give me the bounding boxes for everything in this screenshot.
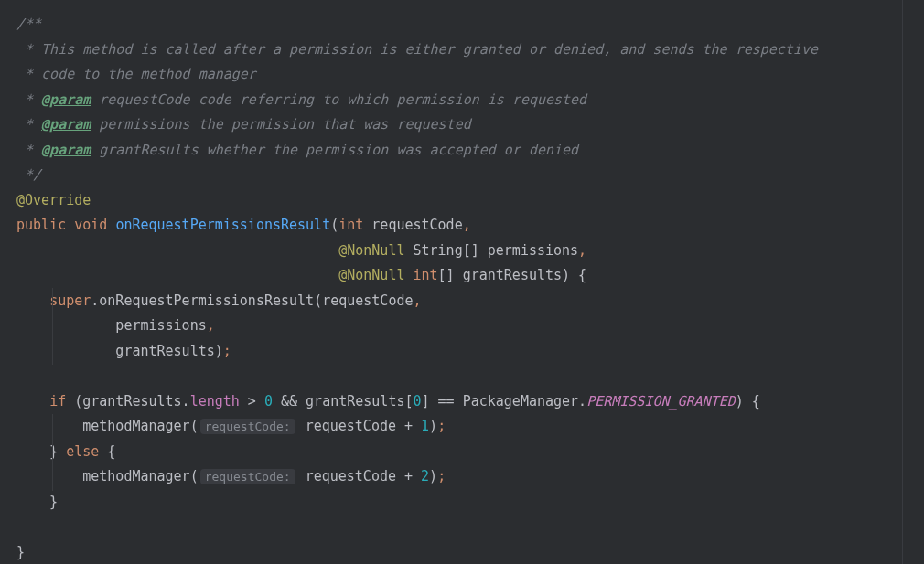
code-line: @NonNull String[] permissions, bbox=[16, 239, 902, 264]
parameter-hint: requestCode: bbox=[200, 469, 295, 484]
code-line: if (grantResults.length > 0 && grantResu… bbox=[16, 389, 902, 415]
code-line: * @param grantResults whether the permis… bbox=[16, 138, 902, 164]
constant: PERMISSION_GRANTED bbox=[586, 393, 736, 410]
field: length bbox=[190, 393, 240, 410]
code-line: * @param permissions the permission that… bbox=[16, 112, 902, 138]
keyword: public bbox=[16, 217, 66, 233]
code-line: methodManager(requestCode: requestCode +… bbox=[16, 414, 902, 440]
code-line: * code to the method manager bbox=[16, 62, 902, 88]
code-line: * @param requestCode code referring to w… bbox=[16, 88, 902, 113]
code-line: /** bbox=[16, 12, 902, 37]
comment: /** bbox=[16, 16, 41, 32]
comment: * code to the method manager bbox=[16, 66, 256, 82]
code-line: @NonNull int[] grantResults) { bbox=[16, 263, 902, 289]
number: 2 bbox=[421, 468, 429, 484]
code-line: grantResults); bbox=[16, 339, 902, 365]
parameter-hint: requestCode: bbox=[200, 419, 295, 434]
keyword: void bbox=[74, 217, 107, 233]
code-line: super.onRequestPermissionsResult(request… bbox=[16, 289, 902, 314]
code-line: * This method is called after a permissi… bbox=[16, 37, 902, 63]
code-line: public void onRequestPermissionsResult(i… bbox=[16, 213, 902, 239]
code-line: */ bbox=[16, 163, 902, 188]
code-line: } bbox=[16, 490, 902, 516]
code-line: @Override bbox=[16, 188, 902, 214]
code-line bbox=[16, 364, 902, 389]
code-line: } else { bbox=[16, 440, 902, 465]
method-name: onRequestPermissionsResult bbox=[115, 217, 330, 233]
annotation: @NonNull bbox=[338, 242, 404, 259]
keyword: if bbox=[49, 393, 66, 410]
keyword: super bbox=[49, 293, 91, 309]
code-line bbox=[16, 515, 902, 540]
keyword: else bbox=[66, 443, 99, 460]
code-line: methodManager(requestCode: requestCode +… bbox=[16, 464, 902, 490]
javadoc-tag: @param bbox=[41, 116, 91, 133]
code-line: permissions, bbox=[16, 314, 902, 339]
javadoc-tag: @param bbox=[41, 142, 91, 158]
annotation: @Override bbox=[16, 192, 91, 208]
number: 0 bbox=[264, 393, 273, 410]
annotation: @NonNull bbox=[338, 267, 404, 283]
code-editor[interactable]: /** * This method is called after a perm… bbox=[0, 0, 903, 564]
code-line: } bbox=[16, 540, 902, 565]
javadoc-tag: @param bbox=[41, 91, 91, 108]
comment: * This method is called after a permissi… bbox=[16, 41, 818, 58]
number: 1 bbox=[421, 418, 429, 434]
